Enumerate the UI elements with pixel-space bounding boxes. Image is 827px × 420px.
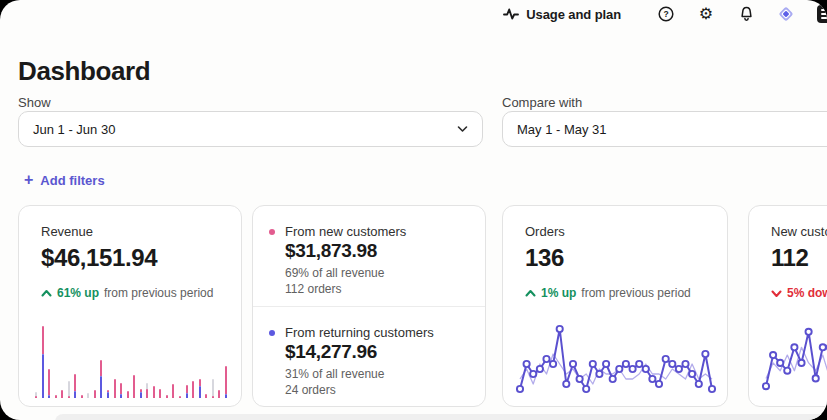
page-title: Dashboard [18, 56, 150, 87]
new-customers-breakdown: From new customers $31,873.98 69% of all… [253, 206, 485, 307]
returning-customers-breakdown: From returning customers $14,277.96 31% … [253, 307, 485, 408]
gear-icon: ⚙ [699, 6, 713, 22]
sidekick-button[interactable] [777, 5, 795, 23]
orders-delta-pct: 1% up [541, 286, 576, 300]
revenue-bar-chart [34, 322, 228, 398]
topbar: Usage and plan ? ⚙ [0, 0, 827, 28]
help-button[interactable]: ? [657, 5, 675, 23]
orders-value: 136 [525, 244, 564, 272]
settings-button[interactable]: ⚙ [697, 5, 715, 23]
new-customers-card[interactable]: New customers 112 5% down from previous … [748, 205, 827, 407]
revenue-card[interactable]: Revenue $46,151.94 61% up from previous … [18, 205, 242, 407]
returning-customers-orders: 24 orders [285, 383, 336, 397]
bell-icon [739, 6, 754, 22]
revenue-delta: 61% up from previous period [41, 286, 213, 300]
new-customers-orders: 112 orders [285, 282, 341, 296]
orders-delta-suffix: from previous period [581, 286, 690, 300]
revenue-delta-suffix: from previous period [104, 286, 213, 300]
dashboard-page: Usage and plan ? ⚙ [0, 0, 827, 420]
new-customers-title: New customers [771, 224, 827, 239]
new-customers-amount: $31,873.98 [285, 240, 377, 262]
store-avatar-icon[interactable] [817, 5, 827, 23]
returning-customers-dot-icon [269, 330, 275, 336]
new-customers-dot-icon [269, 229, 275, 235]
returning-customers-amount: $14,277.96 [285, 341, 377, 363]
new-customers-line-chart [762, 316, 827, 400]
help-icon: ? [658, 6, 674, 22]
orders-title: Orders [525, 224, 565, 239]
revenue-breakdown-card[interactable]: From new customers $31,873.98 69% of all… [252, 205, 486, 407]
plus-icon: + [24, 172, 33, 188]
svg-text:?: ? [663, 9, 668, 19]
usage-and-plan-button[interactable]: Usage and plan [503, 7, 621, 22]
orders-card[interactable]: Orders 136 1% up from previous period [502, 205, 728, 407]
compare-with-label: Compare with [502, 95, 582, 110]
returning-customers-label: From returning customers [285, 325, 434, 340]
date-range-value: Jun 1 - Jun 30 [33, 122, 115, 137]
new-customers-label: From new customers [285, 224, 406, 239]
chevron-down-icon [457, 125, 468, 133]
add-filters-button[interactable]: + Add filters [24, 173, 105, 188]
orders-line-chart [516, 316, 716, 400]
new-customers-delta-pct: 5% down [787, 286, 827, 300]
add-filters-label: Add filters [40, 173, 104, 188]
revenue-value: $46,151.94 [41, 244, 157, 272]
trend-up-icon [41, 289, 52, 298]
usage-and-plan-label: Usage and plan [526, 7, 621, 22]
new-customers-delta: 5% down from previous period [771, 286, 827, 300]
activity-icon [503, 7, 519, 21]
revenue-title: Revenue [41, 224, 93, 239]
orders-delta: 1% up from previous period [525, 286, 691, 300]
new-customers-share: 69% of all revenue [285, 266, 384, 280]
date-range-select[interactable]: Jun 1 - Jun 30 [18, 111, 483, 147]
trend-down-icon [771, 289, 782, 298]
show-label: Show [18, 95, 51, 110]
new-customers-value: 112 [771, 244, 809, 272]
sidekick-diamond-icon [777, 5, 795, 23]
compare-range-value: May 1 - May 31 [517, 122, 607, 137]
next-section-edge [55, 414, 827, 420]
revenue-delta-pct: 61% up [57, 286, 99, 300]
compare-range-select[interactable]: May 1 - May 31 [502, 111, 827, 147]
returning-customers-share: 31% of all revenue [285, 367, 384, 381]
notifications-button[interactable] [737, 5, 755, 23]
trend-up-icon [525, 289, 536, 298]
